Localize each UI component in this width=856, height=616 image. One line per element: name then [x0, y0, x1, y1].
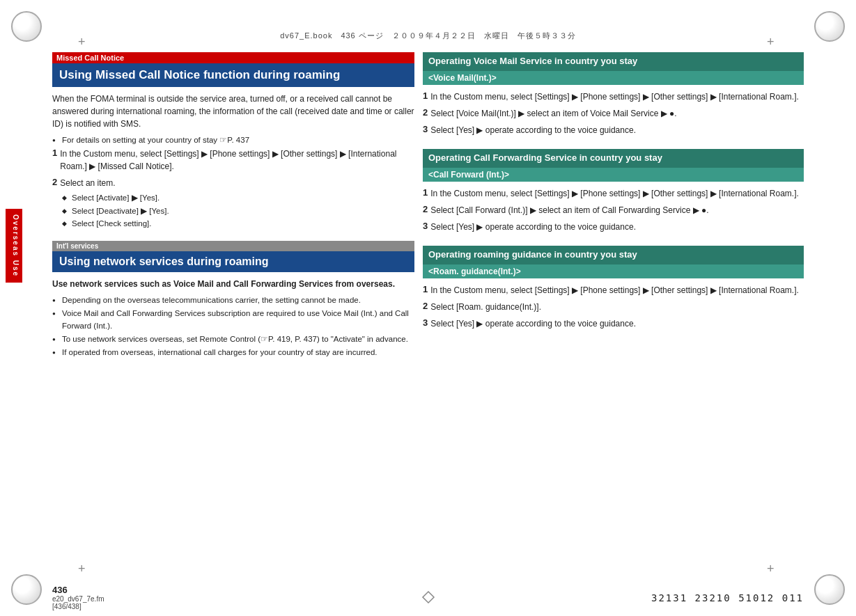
missed-step2-block: 2 Select an item. Select [Activate] ▶ [Y…	[52, 177, 414, 230]
intl-services-label: Int'l services	[52, 241, 414, 251]
missed-call-section: Missed Call Notice Using Missed Call Not…	[52, 52, 414, 234]
roaming-header: Operating roaming guidance in country yo…	[423, 246, 804, 264]
voicemail-step1-block: 1 In the Custom menu, select [Settings] …	[423, 90, 804, 103]
network-section: Int'l services Using network services du…	[52, 241, 414, 360]
r-step3-text: Select [Yes] ▶ operate according to the …	[430, 317, 804, 330]
missed-call-label: Missed Call Notice	[52, 52, 414, 63]
corner-decoration-tr	[809, 6, 850, 47]
missed-diamond1: Select [Activate] ▶ [Yes].	[62, 192, 414, 204]
page-header: dv67_E.book 436 ページ ２００９年４月２２日 水曜日 午後５時３…	[49, 29, 807, 42]
callfwd-header: Operating Call Forwarding Service in cou…	[423, 149, 804, 168]
network-b2: Voice Mail and Call Forwarding Services …	[52, 308, 414, 332]
footer-left: 436 e20_dv67_7e.fm [436/438]	[52, 585, 104, 610]
roaming-step1-block: 1 In the Custom menu, select [Settings] …	[423, 284, 804, 297]
cf-step1-num: 1	[423, 187, 428, 198]
corner-decoration-tl	[6, 6, 47, 47]
cf-step2-text: Select [Call Forward (Int.)] ▶ select an…	[430, 204, 804, 216]
missed-step1-block: 1 In the Custom menu, select [Settings] …	[52, 148, 414, 173]
step1-num: 1	[52, 148, 57, 158]
roaming-sub: <Roam. guidance(Int.)>	[423, 264, 804, 278]
voicemail-step3-block: 3 Select [Yes] ▶ operate according to th…	[423, 124, 804, 136]
missed-step2-label: Select an item.	[60, 177, 414, 189]
vm-step3-text: Select [Yes] ▶ operate according to the …	[430, 124, 804, 136]
missed-diamond2: Select [Deactivate] ▶ [Yes].	[62, 205, 414, 217]
svg-marker-0	[423, 592, 434, 603]
right-column: Operating Voice Mail Service in country …	[423, 52, 804, 574]
barcode-number: 32131 23210 51012 011	[651, 592, 804, 603]
roaming-step3-block: 3 Select [Yes] ▶ operate according to th…	[423, 317, 804, 330]
cf-step3-num: 3	[423, 221, 428, 231]
missed-call-title: Using Missed Call Notice function during…	[52, 63, 414, 87]
footer-center	[421, 590, 435, 606]
roaming-section: Operating roaming guidance in country yo…	[423, 246, 804, 334]
missed-call-bullet: For details on setting at your country o…	[52, 134, 414, 146]
r-step3-num: 3	[423, 317, 428, 328]
header-text: dv67_E.book 436 ページ ２００９年４月２２日 水曜日 午後５時３…	[280, 31, 576, 41]
network-b4: If operated from overseas, international…	[52, 347, 414, 358]
callfwd-step3-block: 3 Select [Yes] ▶ operate according to th…	[423, 221, 804, 233]
callfwd-step2-block: 2 Select [Call Forward (Int.)] ▶ select …	[423, 204, 804, 216]
cf-step2-num: 2	[423, 204, 428, 214]
r-step2-text: Select [Roam. guidance(Int.)].	[430, 301, 804, 313]
page-footer: 436 e20_dv67_7e.fm [436/438] 32131 23210…	[52, 585, 804, 610]
cf-step1-text: In the Custom menu, select [Settings] ▶ …	[430, 187, 804, 200]
vm-step3-num: 3	[423, 124, 428, 134]
network-title: Using network services during roaming	[52, 251, 414, 272]
corner-decoration-bl	[6, 569, 47, 610]
r-step1-num: 1	[423, 284, 428, 294]
missed-diamond3: Select [Check setting].	[62, 218, 414, 230]
left-column: Missed Call Notice Using Missed Call Not…	[52, 52, 414, 574]
corner-decoration-br	[809, 569, 850, 610]
vm-step1-num: 1	[423, 90, 428, 101]
voicemail-sub: <Voice Mail(Int.)>	[423, 71, 804, 85]
callfwd-sub: <Call Forward (Int.)>	[423, 168, 804, 182]
page-number: 436	[52, 585, 104, 595]
missed-step1-text: In the Custom menu, select [Settings] ▶ …	[60, 148, 414, 173]
cf-step3-text: Select [Yes] ▶ operate according to the …	[430, 221, 804, 233]
vm-step1-text: In the Custom menu, select [Settings] ▶ …	[430, 90, 804, 103]
footer-page-ref: [436/438]	[52, 603, 104, 610]
footer-diamond-icon	[421, 590, 435, 604]
r-step1-text: In the Custom menu, select [Settings] ▶ …	[430, 284, 804, 297]
footer-file: e20_dv67_7e.fm	[52, 595, 104, 603]
network-b1: Depending on the overseas telecommunicat…	[52, 294, 414, 306]
r-step2-num: 2	[423, 301, 428, 311]
overseas-use-tab: Overseas Use	[6, 209, 22, 283]
roaming-step2-block: 2 Select [Roam. guidance(Int.)].	[423, 301, 804, 313]
vm-step2-text: Select [Voice Mail(Int.)] ▶ select an it…	[430, 107, 804, 120]
missed-call-body: When the FOMA terminal is outside the se…	[52, 93, 414, 130]
callfwd-step1-block: 1 In the Custom menu, select [Settings] …	[423, 187, 804, 200]
network-body: Use network services such as Voice Mail …	[52, 278, 414, 290]
network-b3: To use network services overseas, set Re…	[52, 333, 414, 345]
voicemail-section: Operating Voice Mail Service in country …	[423, 52, 804, 141]
voicemail-header: Operating Voice Mail Service in country …	[423, 52, 804, 71]
step2-num: 2	[52, 177, 57, 187]
voicemail-step2-block: 2 Select [Voice Mail(Int.)] ▶ select an …	[423, 107, 804, 120]
callfwd-section: Operating Call Forwarding Service in cou…	[423, 149, 804, 237]
vm-step2-num: 2	[423, 107, 428, 118]
